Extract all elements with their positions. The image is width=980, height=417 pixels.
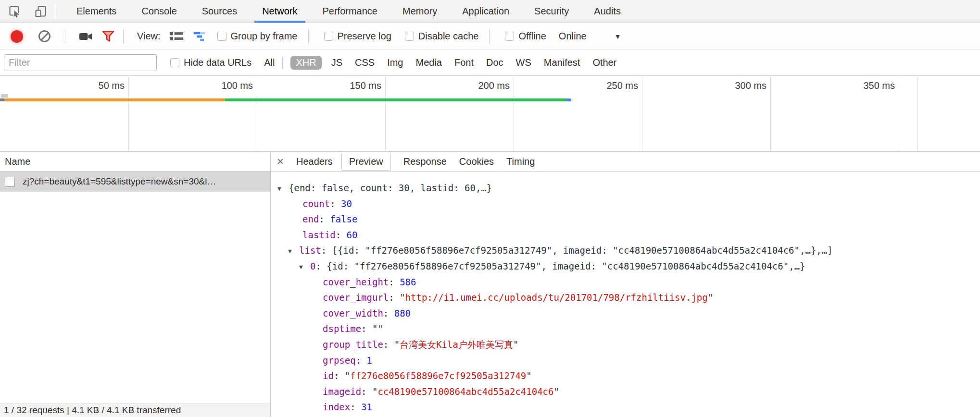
filter-type-manifest[interactable]: Manifest xyxy=(544,57,580,68)
gridline-200ms xyxy=(514,76,514,151)
tick-label-100ms: 100 ms xyxy=(190,80,253,91)
offline-checkbox[interactable] xyxy=(505,32,514,41)
tree-line: ▼{end: false, count: 30, lastid: 60,…} xyxy=(271,180,980,196)
tree-line: dsptime: "" xyxy=(271,321,980,337)
tree-segment: 0 xyxy=(310,261,315,271)
tab-elements[interactable]: Elements xyxy=(64,0,129,23)
filter-type-doc[interactable]: Doc xyxy=(486,57,503,68)
tree-segment: : xyxy=(350,402,361,412)
network-main-area: Name zj?ch=beauty&t1=595&listtype=new&sn… xyxy=(0,152,980,417)
inspect-element-icon[interactable] xyxy=(8,4,22,19)
view-label: View: xyxy=(137,31,161,42)
gridline-150ms xyxy=(385,76,386,151)
tab-sources[interactable]: Sources xyxy=(189,0,250,23)
tick-label-250ms: 250 ms xyxy=(576,80,638,91)
tree-line: ▼0: {id: "ff276e8056f58896e7cf92505a3127… xyxy=(271,258,980,274)
tree-segment: lastid xyxy=(302,230,336,240)
tree-segment: cover_width xyxy=(323,308,383,319)
group-by-frame-label: Group by frame xyxy=(231,31,298,42)
panel-tabs: Elements Console Sources Network Perform… xyxy=(64,0,633,23)
tree-segment: : xyxy=(356,355,367,366)
tree-segment: 台湾美女Kila户外唯美写真 xyxy=(400,339,513,350)
gridline-100ms xyxy=(257,76,257,151)
filter-type-ws[interactable]: WS xyxy=(516,57,531,68)
tree-segment: 60 xyxy=(347,230,358,240)
filter-type-js[interactable]: JS xyxy=(331,57,342,68)
network-overview[interactable]: 50 ms 100 ms 150 ms 200 ms 250 ms 300 ms… xyxy=(0,76,980,152)
tree-segment: cover_imgurl xyxy=(323,292,389,303)
tree-segment: imageid xyxy=(323,386,361,397)
toolbar-separator xyxy=(123,29,124,44)
tab-network[interactable]: Network xyxy=(250,0,310,23)
waterfall-content-segment xyxy=(225,98,566,101)
tree-segment: false xyxy=(330,214,357,224)
request-row-selected[interactable]: zj?ch=beauty&t1=595&listtype=new&sn=30&l… xyxy=(0,172,270,192)
filter-type-img[interactable]: Img xyxy=(387,57,403,68)
throttling-select-value[interactable]: Online xyxy=(559,31,587,42)
tree-segment: : " xyxy=(334,370,350,381)
filter-type-all[interactable]: All xyxy=(264,57,275,68)
filter-type-css[interactable]: CSS xyxy=(355,57,375,68)
gridline-50ms xyxy=(128,76,129,151)
tab-security[interactable]: Security xyxy=(522,0,581,23)
tree-segment: : " xyxy=(389,292,405,303)
name-column-header[interactable]: Name xyxy=(0,152,270,172)
request-details-pane: × Headers Preview Response Cookies Timin… xyxy=(270,152,980,417)
details-tab-timing[interactable]: Timing xyxy=(506,156,535,167)
tree-line: lastid: 60 xyxy=(271,227,980,243)
network-status-bar: 1 / 32 requests | 4.1 KB / 4.1 KB transf… xyxy=(0,404,270,417)
disable-cache-checkbox[interactable] xyxy=(405,32,414,41)
resource-file-icon xyxy=(5,177,15,187)
close-icon[interactable]: × xyxy=(277,156,284,167)
throttling-dropdown-arrow[interactable]: ▼ xyxy=(615,33,621,40)
filter-type-media[interactable]: Media xyxy=(415,57,441,68)
capture-screenshots-icon[interactable] xyxy=(79,29,93,44)
tree-segment: : xyxy=(336,230,347,240)
tree-segment: 880 xyxy=(394,308,411,319)
waterfall-queue-segment xyxy=(0,98,4,101)
details-tab-preview[interactable]: Preview xyxy=(341,153,391,171)
tab-console[interactable]: Console xyxy=(129,0,189,23)
details-tab-headers[interactable]: Headers xyxy=(296,156,333,167)
details-tab-strip: × Headers Preview Response Cookies Timin… xyxy=(271,152,980,172)
toggle-device-toolbar-icon[interactable] xyxy=(34,4,48,19)
group-by-frame-checkbox[interactable] xyxy=(217,32,226,41)
offline-label: Offline xyxy=(518,31,546,42)
tree-line: cover_imgurl: "http://i1.umei.cc/uploads… xyxy=(271,290,980,306)
tree-segment: end xyxy=(302,214,319,224)
clear-requests-icon[interactable] xyxy=(38,30,50,42)
tree-line: count: 30 xyxy=(271,196,980,212)
tab-memory[interactable]: Memory xyxy=(390,0,450,23)
preview-tree[interactable]: ▼{end: false, count: 30, lastid: 60,…}co… xyxy=(271,172,980,417)
details-tab-cookies[interactable]: Cookies xyxy=(459,156,494,167)
filter-type-font[interactable]: Font xyxy=(454,57,474,68)
show-overview-icon[interactable] xyxy=(193,29,208,44)
tree-segment: " xyxy=(708,292,713,303)
disable-cache-label: Disable cache xyxy=(418,31,479,42)
tree-expand-arrow-icon[interactable]: ▼ xyxy=(277,181,289,197)
tree-segment: id xyxy=(323,370,334,381)
preserve-log-checkbox[interactable] xyxy=(324,32,333,41)
tree-expand-arrow-icon[interactable]: ▼ xyxy=(288,244,299,259)
tree-segment: : xyxy=(315,261,327,271)
tab-audits[interactable]: Audits xyxy=(581,0,633,23)
preserve-log-label: Preserve log xyxy=(338,31,391,42)
tree-segment: : xyxy=(319,214,330,224)
tree-segment: : xyxy=(389,277,400,287)
tree-segment: {id: "ff276e8056f58896e7cf92505a312749",… xyxy=(327,261,805,271)
tree-line: imageid: "cc48190e57100864abc4d55a2c4104… xyxy=(271,384,980,400)
filter-type-xhr[interactable]: XHR xyxy=(290,56,321,70)
tree-segment: : xyxy=(383,308,394,319)
tree-line: cover_height: 586 xyxy=(271,274,980,290)
large-request-rows-icon[interactable] xyxy=(169,29,184,44)
tree-expand-arrow-icon[interactable]: ▼ xyxy=(299,259,310,275)
tab-application[interactable]: Application xyxy=(450,0,522,23)
details-tab-response[interactable]: Response xyxy=(403,156,447,167)
filter-type-other[interactable]: Other xyxy=(592,57,616,68)
tree-segment: " xyxy=(513,339,518,350)
filter-input[interactable] xyxy=(4,54,157,71)
tab-performance[interactable]: Performance xyxy=(310,0,390,23)
record-button[interactable] xyxy=(11,30,23,43)
filter-funnel-icon[interactable] xyxy=(101,29,115,44)
hide-data-urls-checkbox[interactable] xyxy=(170,58,179,67)
